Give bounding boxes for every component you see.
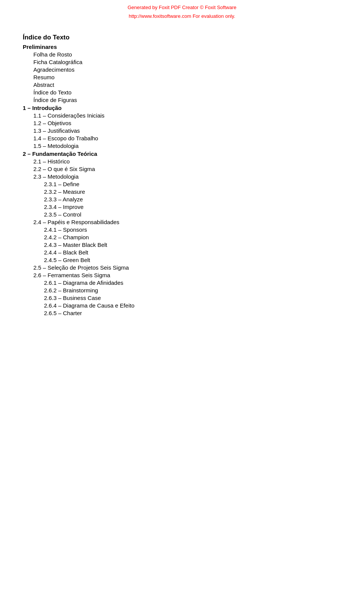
toc-list-item: 2.3.1 – Define — [23, 181, 341, 187]
toc-list-item: Preliminares — [23, 44, 341, 50]
toc-list-item: 2.6.4 – Diagrama de Causa e Efeito — [23, 302, 341, 309]
toc-list-item: 2.4.5 – Green Belt — [23, 257, 341, 263]
toc-list-item: 2.4.4 – Black Belt — [23, 249, 341, 256]
toc-content: Índice do Texto PreliminaresFolha de Ros… — [0, 26, 364, 332]
toc-list-item: 1.5 – Metodologia — [23, 143, 341, 149]
toc-list-item: 2.1 – Histórico — [23, 158, 341, 165]
toc-list-item: Índice de Figuras — [23, 97, 341, 103]
toc-list-item: 2.3.4 – Improve — [23, 204, 341, 210]
toc-list-item: Abstract — [23, 82, 341, 88]
toc-list-item: 2.3.2 – Measure — [23, 188, 341, 195]
toc-list-item: 2.6.3 – Business Case — [23, 295, 341, 301]
toc-list-item: 2.4.1 – Sponsors — [23, 226, 341, 233]
toc-list-item: 2.6.1 – Diagrama de Afinidades — [23, 279, 341, 286]
toc-list-item: 2.5 – Seleção de Projetos Seis Sigma — [23, 264, 341, 271]
toc-list-item: 2.6.5 – Charter — [23, 310, 341, 316]
toc-list-item: 1.3 – Justificativas — [23, 127, 341, 134]
toc-list-item: Ficha Catalográfica — [23, 59, 341, 65]
toc-list-item: Folha de Rosto — [23, 51, 341, 58]
toc-list-item: Agradecimentos — [23, 66, 341, 73]
toc-list-item: 2.3.5 – Control — [23, 211, 341, 218]
toc-list-item: 1.1 – Considerações Iniciais — [23, 112, 341, 119]
toc-list-item: 1.4 – Escopo do Trabalho — [23, 135, 341, 141]
foxit-line1: Generated by Foxit PDF Creator © Foxit S… — [127, 5, 236, 10]
toc-list-item: 2.6 – Ferramentas Seis Sigma — [23, 272, 341, 278]
toc-list-item: Resumo — [23, 74, 341, 80]
toc-list-item: 2.2 – O que é Six Sigma — [23, 166, 341, 172]
toc-list-item: Índice do Texto — [23, 89, 341, 96]
toc-list-item: 2.6.2 – Brainstorming — [23, 287, 341, 294]
foxit-line2: http://www.foxitsoftware.com For evaluat… — [129, 13, 235, 19]
toc-list: PreliminaresFolha de RostoFicha Catalogr… — [23, 44, 341, 316]
toc-list-item: 2.4.3 – Master Black Belt — [23, 242, 341, 248]
toc-list-item: 2.3 – Metodologia — [23, 173, 341, 180]
toc-list-item: 1.2 – Objetivos — [23, 120, 341, 126]
toc-list-item: 2.4 – Papéis e Responsabilidades — [23, 219, 341, 225]
toc-title: Índice do Texto — [23, 34, 341, 41]
toc-list-item: 2.4.2 – Champion — [23, 234, 341, 240]
toc-list-item: 2 – Fundamentação Teórica — [23, 151, 341, 157]
foxit-header: Generated by Foxit PDF Creator © Foxit S… — [0, 0, 364, 26]
toc-list-item: 1 – Introdução — [23, 105, 341, 111]
toc-list-item: 2.3.3 – Analyze — [23, 196, 341, 203]
